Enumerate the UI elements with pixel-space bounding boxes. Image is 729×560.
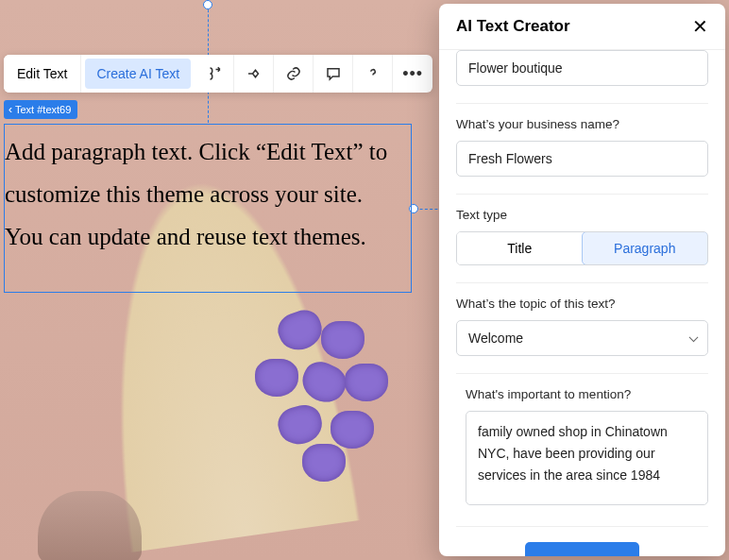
- ai-text-creator-panel: AI Text Creator ✕ What’s your business n…: [439, 4, 725, 556]
- create-text-button[interactable]: Create Text: [525, 542, 638, 556]
- editor-canvas: Edit Text Create AI Text ••• Text #text6…: [0, 0, 729, 560]
- create-ai-text-button[interactable]: Create AI Text: [85, 59, 191, 89]
- important-textarea[interactable]: [466, 411, 708, 505]
- text-type-label: Text type: [456, 208, 708, 222]
- selection-tag[interactable]: Text #text69: [4, 100, 77, 119]
- text-toolbar: Edit Text Create AI Text •••: [4, 55, 432, 93]
- business-name-field[interactable]: [456, 141, 708, 177]
- topic-label: What’s the topic of this text?: [456, 297, 708, 311]
- paragraph-text-block[interactable]: Add paragraph text. Click “Edit Text” to…: [4, 124, 412, 293]
- background-vase: [38, 491, 142, 560]
- business-name-label: What’s your business name?: [456, 117, 708, 131]
- edit-text-button[interactable]: Edit Text: [4, 55, 81, 93]
- important-label: What's important to mention?: [466, 387, 708, 401]
- business-type-field[interactable]: [456, 50, 708, 86]
- background-orchid: [250, 312, 420, 501]
- topic-select[interactable]: Welcome: [456, 320, 708, 356]
- text-type-paragraph[interactable]: Paragraph: [582, 231, 709, 265]
- guide-handle[interactable]: [203, 0, 212, 9]
- comment-icon[interactable]: [314, 55, 353, 93]
- text-type-segmented: Title Paragraph: [456, 231, 708, 265]
- effects-icon[interactable]: [234, 55, 274, 93]
- link-icon[interactable]: [274, 55, 314, 93]
- close-icon[interactable]: ✕: [692, 17, 708, 36]
- selection-tag-label: Text #text69: [15, 104, 71, 115]
- panel-title: AI Text Creator: [456, 17, 570, 36]
- text-type-title[interactable]: Title: [457, 232, 583, 264]
- help-icon[interactable]: [353, 55, 393, 93]
- more-icon[interactable]: •••: [393, 55, 432, 93]
- animation-icon[interactable]: [195, 55, 234, 93]
